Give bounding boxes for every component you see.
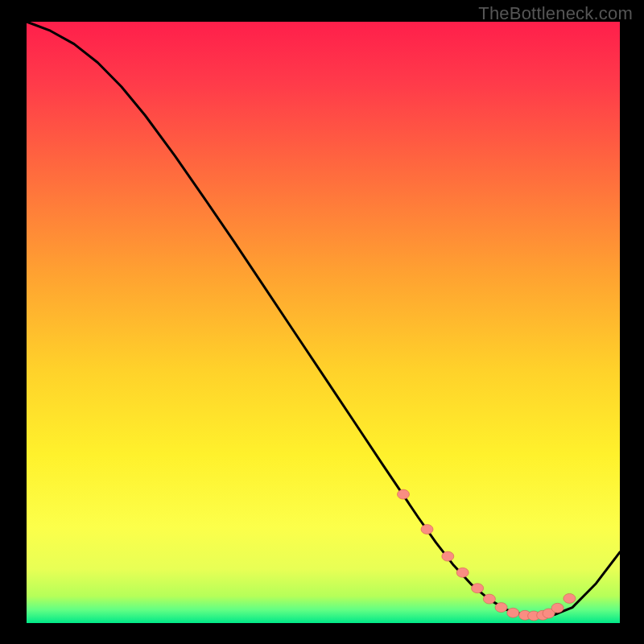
data-marker (551, 603, 564, 613)
data-marker (495, 603, 507, 613)
data-marker (472, 584, 484, 593)
data-marker (507, 608, 519, 617)
data-marker (483, 594, 495, 604)
chart-frame: TheBottleneck.com (0, 0, 644, 644)
data-marker (398, 489, 410, 499)
data-marker (442, 551, 454, 561)
plot-background (27, 22, 620, 623)
data-marker (421, 525, 433, 535)
data-marker (564, 593, 576, 603)
data-marker (456, 568, 469, 577)
bottleneck-curve-chart (0, 0, 644, 644)
watermark-text: TheBottleneck.com (478, 3, 633, 24)
